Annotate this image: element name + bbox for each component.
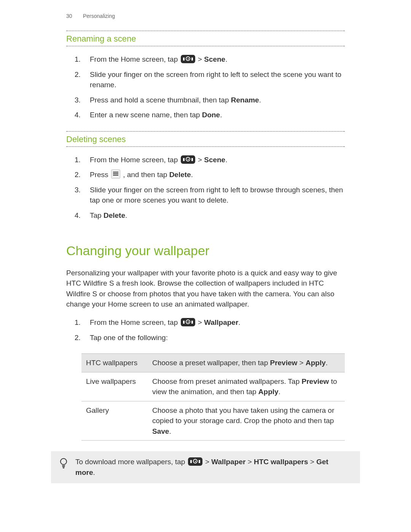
wallpaper-label: Wallpaper [211,458,245,466]
scene-label: Scene [204,55,225,63]
list-item: 2. Tap one of the following: [75,330,345,345]
text: Tap [90,211,104,219]
personalize-icon [188,457,202,466]
step-text: Press and hold a scene thumbnail, then t… [90,95,345,105]
step-text: Tap Delete. [90,210,345,221]
text: > [308,458,317,466]
deleting-steps: 1. From the Home screen, tap > Scene. 2.… [66,152,345,223]
option-label-live: Live wallpapers [81,372,148,401]
option-desc: Choose a preset wallpaper, then tap Prev… [148,354,345,372]
chapter-title: Personalizing [83,12,115,20]
list-item: 3. Slide your finger on the screen from … [75,182,345,208]
text: From the Home screen, tap [90,55,180,63]
personalize-icon [181,318,195,326]
step-text: Enter a new scene name, then tap Done. [90,110,345,120]
step-number: 4. [75,210,84,221]
text: Choose a preset wallpaper, then tap [152,359,270,367]
option-label-htc: HTC wallpapers [81,354,148,372]
step-number: 1. [75,155,84,165]
page: 30 Personalizing Renaming a scene 1. Fro… [0,0,411,498]
step-number: 2. [75,332,84,343]
lightbulb-icon [59,457,68,469]
option-label-gallery: Gallery [81,401,148,441]
text: Press [90,171,110,179]
wallpaper-steps: 1. From the Home screen, tap > Wallpaper… [66,315,345,345]
delete-label: Delete [104,211,125,219]
list-item: 1. From the Home screen, tap > Scene. [75,52,345,67]
list-item: 1. From the Home screen, tap > Scene. [75,152,345,168]
step-number: 2. [75,169,84,180]
wallpaper-label: Wallpaper [204,318,238,326]
list-item: 4. Tap Delete. [75,208,345,223]
text: . [326,359,328,367]
list-item: 2. Slide your finger on the screen from … [75,67,345,93]
apply-label: Apply [306,359,326,367]
table-row: Gallery Choose a photo that you have tak… [81,401,345,441]
svg-point-0 [61,459,67,465]
section-heading-deleting: Deleting scenes [66,131,345,147]
page-number: 30 [66,12,75,20]
tip-box: To download more wallpapers, tap > Wallp… [51,451,360,483]
step-number: 1. [75,317,84,328]
text: . [259,96,261,104]
delete-label: Delete [169,171,191,179]
text: . [220,111,222,119]
htc-wallpapers-label: HTC wallpapers [254,458,308,466]
renaming-steps: 1. From the Home screen, tap > Scene. 2.… [66,52,345,123]
scene-label: Scene [204,156,225,164]
list-item: 4. Enter a new scene name, then tap Done… [75,107,345,123]
menu-icon [111,169,120,179]
text: > [297,359,306,367]
step-number: 3. [75,95,84,105]
step-text: From the Home screen, tap > Scene. [90,54,345,65]
step-text: From the Home screen, tap > Wallpaper. [90,317,345,328]
text: Enter a new scene name, then tap [90,111,202,119]
text: Choose from preset animated wallpapers. … [152,377,302,385]
step-number: 1. [75,54,84,65]
text: > [198,318,204,326]
wallpaper-options-table: HTC wallpapers Choose a preset wallpaper… [81,353,345,441]
section-heading-wallpaper: Changing your wallpaper [66,241,345,260]
step-number: 4. [75,110,84,120]
list-item: 1. From the Home screen, tap > Wallpaper… [75,315,345,330]
section-heading-renaming: Renaming a scene [66,30,345,46]
text: Press and hold a scene thumbnail, then t… [90,96,231,104]
text: > [245,458,254,466]
list-item: 2. Press , and then tap Delete. [75,167,345,182]
text: From the Home screen, tap [90,156,180,164]
personalize-icon [181,155,195,164]
wallpaper-intro: Personalizing your wallpaper with your f… [66,268,345,310]
text: To download more wallpapers, tap [75,458,187,466]
text: . [191,171,193,179]
save-label: Save [152,427,169,435]
text: > [205,458,211,466]
text: . [93,468,95,476]
done-label: Done [202,111,220,119]
text: . [279,388,280,396]
list-item: 3. Press and hold a scene thumbnail, the… [75,93,345,108]
option-desc: Choose a photo that you have taken using… [148,401,345,441]
apply-label: Apply [258,388,279,396]
step-text: From the Home screen, tap > Scene. [90,155,345,165]
step-text: Slide your finger on the screen from rig… [90,185,345,206]
step-text: Press , and then tap Delete. [90,169,345,180]
preview-label: Preview [302,377,329,385]
running-header: 30 Personalizing [66,12,345,20]
text: From the Home screen, tap [90,318,180,326]
text: . [169,427,171,435]
text: . [238,318,240,326]
text: > [198,156,204,164]
step-number: 2. [75,69,84,90]
option-desc: Choose from preset animated wallpapers. … [148,372,345,401]
step-number: 3. [75,185,84,206]
text: > [198,55,204,63]
table-row: Live wallpapers Choose from preset anima… [81,372,345,401]
rename-label: Rename [231,96,259,104]
text: . [125,211,127,219]
text: . [225,55,227,63]
preview-label: Preview [270,359,297,367]
text: , and then tap [123,171,169,179]
personalize-icon [181,55,195,63]
tip-text: To download more wallpapers, tap > Wallp… [75,457,345,478]
text: . [225,156,227,164]
